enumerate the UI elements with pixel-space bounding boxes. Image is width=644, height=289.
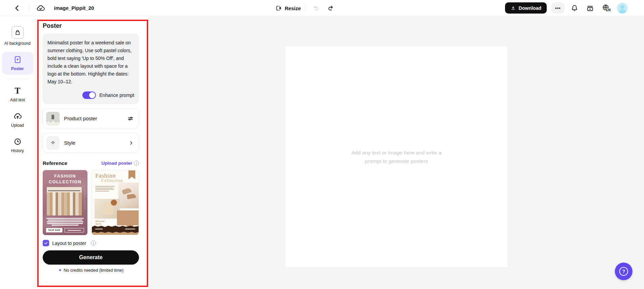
prompt-input[interactable]: Minimalist poster for a weekend sale on … [43,34,139,104]
info-icon[interactable]: i [134,161,139,166]
sidebar-item-poster[interactable]: Poster [2,52,33,75]
language-button[interactable]: EN [600,2,612,14]
poster-thumb-heels-photo [118,183,139,208]
product-thumbnail [46,112,60,125]
topbar-divider [306,4,306,12]
sidebar-item-ai-background[interactable]: AI background [2,23,33,49]
canvas-sheet[interactable]: Add any text or image here and write a p… [285,46,507,267]
sidebar-item-add-text[interactable]: T Add text [2,83,33,106]
product-poster-row[interactable]: Product poster [43,108,139,128]
sidebar-item-upload[interactable]: Upload [2,108,33,131]
redo-button[interactable] [326,3,336,13]
reference-poster-cream[interactable]: Fashion Collection Discount Up To 50% Of… [92,170,139,235]
resize-label: Resize [285,5,301,11]
info-icon[interactable]: i [91,241,96,246]
ai-background-icon [12,26,24,39]
sidebar: AI background Poster T Add text Upload [0,16,35,289]
poster-thumb-flatlay-photo [95,199,120,219]
prompt-text: Minimalist poster for a weekend sale on … [47,39,134,86]
user-avatar[interactable] [617,3,628,14]
back-button[interactable] [12,3,22,13]
download-button[interactable]: Download [505,2,547,14]
generate-button[interactable]: Generate [43,250,139,265]
more-options-button[interactable]: ••• [551,2,564,14]
sidebar-item-label: Upload [11,123,24,128]
poster-thumb-paragraph [43,218,87,226]
back-icon [14,4,21,12]
reference-header: Reference Upload poster i [43,160,139,166]
sidebar-item-label: Poster [11,66,24,71]
sidebar-divider [7,79,28,79]
main-area: AI background Poster T Add text Upload [0,16,644,289]
svg-text:EN: EN [606,8,611,12]
undo-button[interactable] [311,3,321,13]
poster-icon [13,55,22,64]
reference-title: Reference [43,160,101,166]
cloud-sync-icon [36,4,45,13]
poster-thumb-footer: SHOP NOW [46,228,84,232]
bell-icon [570,4,579,12]
history-clock-icon [13,137,22,146]
sidebar-item-label: History [11,148,24,153]
ribbon-shape [128,170,135,179]
credits-note: ✦ No credits needed (limited time) [43,268,139,273]
sliders-icon[interactable] [127,115,134,122]
resize-button[interactable]: Resize [275,5,301,12]
product-poster-label: Product poster [64,116,122,121]
workspace-button[interactable] [585,3,596,14]
poster-panel: Poster Minimalist poster for a weekend s… [35,16,148,289]
poster-thumb-photo [47,187,82,215]
phone-box [64,228,84,232]
canvas-area: Add any text or image here and write a p… [148,16,644,289]
style-label: Style [64,140,124,146]
notifications-button[interactable] [569,3,580,14]
chevron-right-icon [128,140,134,146]
topbar-center: Resize [275,0,336,16]
reference-thumbnails: FASHION COLLECTION SHOP NOW [43,170,139,235]
globe-language-icon: EN [602,4,611,12]
undo-icon [312,4,320,12]
workspace-icon [586,4,594,12]
layout-to-poster-label: Layout to poster [52,241,86,246]
style-row[interactable]: ✧ Style [43,133,139,153]
style-sparkle-icon: ✧ [46,136,60,150]
tan-block [117,210,139,225]
topbar-divider [29,4,29,12]
canvas-placeholder: Add any text or image here and write a p… [351,148,441,165]
help-button[interactable]: ? [615,263,632,280]
download-label: Download [519,5,541,11]
sidebar-item-history[interactable]: History [2,134,33,157]
enhance-prompt-row: Enhance prompt [47,91,134,99]
poster-thumb-paragraph [95,186,115,191]
redo-icon [327,4,335,12]
topbar-left: image_Pippit_20 [12,3,94,13]
question-mark-icon: ? [619,267,628,276]
sidebar-item-label: AI background [4,41,31,46]
enhance-prompt-label: Enhance prompt [99,92,134,98]
resize-icon [275,5,282,12]
topbar: image_Pippit_20 Resize [0,0,644,16]
download-icon [510,5,516,11]
upload-poster-link[interactable]: Upload poster [101,161,132,166]
panel-title: Poster [43,22,139,29]
document-title: image_Pippit_20 [54,5,94,11]
reference-poster-mauve[interactable]: FASHION COLLECTION SHOP NOW [43,170,87,235]
app-root: image_Pippit_20 Resize [0,0,644,289]
layout-to-poster-row: Layout to poster i [43,240,139,246]
layout-to-poster-checkbox[interactable] [43,240,49,246]
topbar-right: Download ••• EN [505,2,644,14]
poster-thumb-title: FASHION COLLECTION [43,173,87,185]
upload-cloud-icon [13,112,22,121]
credits-text: No credits needed (limited time) [64,268,123,273]
toggle-knob [89,92,95,98]
poster-thumb-vertical-text [85,190,85,209]
sidebar-item-label: Add text [10,98,25,102]
add-text-icon: T [15,86,20,95]
sparkle-icon: ✦ [58,268,62,273]
shop-now-label: SHOP NOW [46,228,62,232]
enhance-prompt-toggle[interactable] [82,91,96,99]
